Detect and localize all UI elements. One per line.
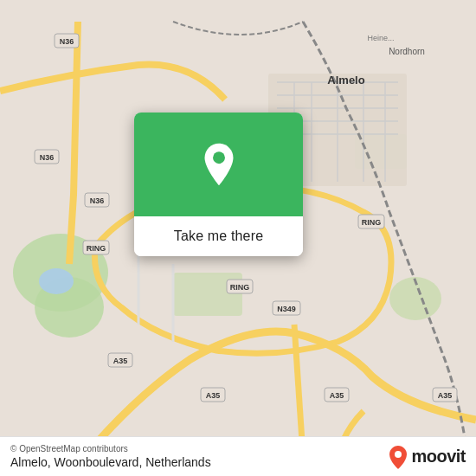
svg-text:Heine...: Heine... xyxy=(367,34,394,42)
svg-text:N349: N349 xyxy=(277,305,296,313)
location-pin-icon xyxy=(196,142,241,187)
svg-text:A35: A35 xyxy=(330,391,344,400)
svg-text:RING: RING xyxy=(87,244,106,253)
moovit-pin-icon xyxy=(389,445,408,469)
svg-text:A35: A35 xyxy=(438,391,453,400)
svg-text:Nordhorn: Nordhorn xyxy=(389,47,425,56)
moovit-text: moovit xyxy=(411,447,466,466)
take-me-there-button[interactable]: Take me there xyxy=(134,216,303,256)
bottom-bar: © OpenStreetMap contributors Almelo, Woo… xyxy=(0,436,476,476)
svg-point-6 xyxy=(39,268,74,294)
svg-text:N36: N36 xyxy=(60,37,74,46)
location-name: Almelo, Woonboulevard, Netherlands xyxy=(10,455,211,469)
osm-attribution: © OpenStreetMap contributors xyxy=(10,444,211,453)
svg-point-50 xyxy=(213,151,225,164)
popup-header xyxy=(134,113,303,216)
svg-text:N36: N36 xyxy=(90,196,105,205)
moovit-logo: moovit xyxy=(389,445,466,469)
svg-text:RING: RING xyxy=(362,218,382,227)
bottom-left: © OpenStreetMap contributors Almelo, Woo… xyxy=(10,444,211,469)
svg-text:A35: A35 xyxy=(113,357,128,365)
svg-point-51 xyxy=(395,451,402,458)
svg-text:N36: N36 xyxy=(40,153,55,162)
svg-text:A35: A35 xyxy=(206,391,221,400)
svg-text:Almelo: Almelo xyxy=(327,74,364,87)
svg-text:RING: RING xyxy=(230,283,250,292)
map-container: N36 N36 N36 A35 A35 A35 A35 N349 N741 RI… xyxy=(0,0,476,476)
popup-card: Take me there xyxy=(134,113,303,256)
